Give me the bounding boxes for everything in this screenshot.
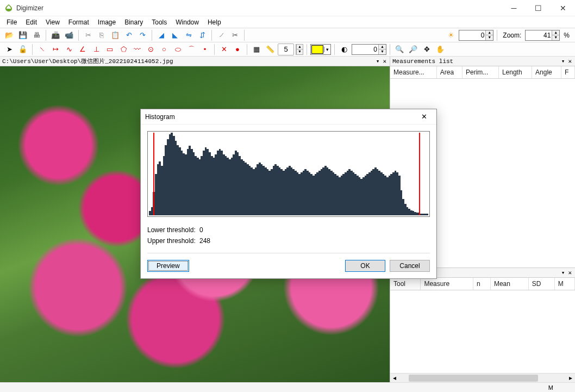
open-button[interactable]: 📂: [3, 29, 15, 41]
scanner-button[interactable]: 📠: [49, 29, 61, 41]
cut-button[interactable]: ✂: [82, 29, 94, 41]
histogram-chart[interactable]: [147, 131, 430, 217]
brightness-field[interactable]: [459, 32, 485, 39]
copy-button[interactable]: ⎘: [96, 29, 108, 41]
polygon-tool[interactable]: ⬠: [117, 43, 129, 55]
spin-up[interactable]: ▲: [296, 45, 303, 49]
deskew-button[interactable]: ⟋: [215, 29, 227, 41]
point-tool[interactable]: •: [199, 43, 211, 55]
col-sd[interactable]: SD: [528, 278, 554, 290]
dropdown-icon[interactable]: ▾: [560, 58, 566, 65]
spin-down[interactable]: ▼: [378, 49, 386, 54]
menu-binary[interactable]: Binary: [120, 17, 147, 27]
col-length[interactable]: Length: [498, 66, 532, 79]
close-button[interactable]: ✕: [551, 0, 575, 16]
col-mean[interactable]: Mean: [490, 278, 528, 290]
flip-h-button[interactable]: ⇋: [183, 29, 195, 41]
col-perim[interactable]: Perim...: [462, 66, 498, 79]
print-button[interactable]: 🖶: [30, 29, 42, 41]
calibrate-tool[interactable]: 📏: [264, 43, 276, 55]
menu-file[interactable]: File: [2, 17, 21, 27]
spin-down[interactable]: ▼: [296, 49, 303, 54]
col-angle[interactable]: Angle: [532, 66, 561, 79]
stats-grid[interactable]: Tool Measure n Mean SD M: [390, 278, 575, 373]
col-f[interactable]: F: [561, 66, 574, 79]
cancel-button[interactable]: Cancel: [390, 260, 430, 272]
path-tool[interactable]: ∿: [63, 43, 75, 55]
col-area[interactable]: Area: [436, 66, 462, 79]
brightness-input[interactable]: ▲▼: [459, 30, 493, 41]
ok-button[interactable]: OK: [345, 260, 385, 272]
spin-up[interactable]: ▲: [552, 30, 559, 35]
ellipse-tool[interactable]: ⬭: [172, 43, 184, 55]
app-title: Digimizer: [16, 4, 502, 12]
flip-v-button[interactable]: ⇵: [196, 29, 208, 41]
scrollbar-thumb[interactable]: [409, 375, 538, 382]
col-n[interactable]: n: [473, 278, 491, 290]
marker-x-tool[interactable]: ✕: [218, 43, 230, 55]
menu-window[interactable]: Window: [171, 17, 203, 27]
marker-dot-tool[interactable]: ●: [232, 43, 243, 55]
arc-tool[interactable]: ⌒: [185, 43, 197, 55]
dropdown-icon[interactable]: ▾: [375, 58, 381, 65]
maximize-button[interactable]: ☐: [526, 0, 551, 16]
rotate-left-button[interactable]: ◢: [155, 29, 167, 41]
redo-button[interactable]: ↷: [136, 29, 148, 41]
spin-down[interactable]: ▼: [552, 35, 559, 40]
brightness-icon: ☀: [445, 29, 457, 41]
hand-button[interactable]: ✋: [434, 43, 446, 55]
perp-tool[interactable]: ⊥: [90, 43, 102, 55]
contrast-input[interactable]: ▲▼: [352, 44, 386, 55]
circle-center-tool[interactable]: ⊙: [145, 43, 157, 55]
rotate-right-button[interactable]: ◣: [169, 29, 181, 41]
window-controls: ─ ☐ ✕: [502, 0, 575, 16]
zoom-out-button[interactable]: 🔎: [407, 43, 419, 55]
zoom-field[interactable]: [526, 32, 552, 39]
contrast-field[interactable]: [352, 46, 378, 53]
save-button[interactable]: 💾: [17, 29, 29, 41]
menu-help[interactable]: Help: [203, 17, 226, 27]
undo-button[interactable]: ↶: [123, 29, 135, 41]
angle-tool[interactable]: ∠: [77, 43, 89, 55]
horizontal-scrollbar[interactable]: ◂ ▸: [390, 373, 575, 382]
lock-tool[interactable]: 🔓: [17, 43, 29, 55]
pan-button[interactable]: ✥: [421, 43, 433, 55]
crop-button[interactable]: ✂: [229, 29, 241, 41]
separator: [247, 44, 247, 55]
color-picker[interactable]: ▾: [310, 44, 331, 55]
menu-format[interactable]: Format: [64, 17, 93, 27]
free-tool[interactable]: 〰: [131, 43, 143, 55]
close-panel-icon[interactable]: ✕: [382, 58, 388, 65]
chevron-down-icon[interactable]: ▾: [324, 47, 330, 52]
col-tool[interactable]: Tool: [390, 278, 421, 290]
menu-view[interactable]: View: [41, 17, 64, 27]
length-tool[interactable]: ⟍: [36, 43, 48, 55]
rect-tool[interactable]: ▭: [104, 43, 116, 55]
close-panel-icon[interactable]: ✕: [567, 58, 573, 65]
spin-up[interactable]: ▲: [485, 30, 493, 35]
pointer-tool[interactable]: ➤: [3, 43, 15, 55]
menu-edit[interactable]: Edit: [21, 17, 41, 27]
segment-tool[interactable]: ↦: [49, 43, 61, 55]
spin-down[interactable]: ▼: [485, 35, 493, 40]
camera-button[interactable]: 📹: [63, 29, 75, 41]
menu-image[interactable]: Image: [93, 17, 120, 27]
circle-tool[interactable]: ○: [158, 43, 170, 55]
col-m[interactable]: M: [554, 278, 574, 290]
number-field[interactable]: 5: [278, 43, 294, 55]
upper-threshold-line[interactable]: [419, 133, 420, 215]
preview-button[interactable]: Preview: [147, 260, 189, 272]
dialog-close-button[interactable]: ✕: [416, 111, 432, 123]
col-measure[interactable]: Measure: [421, 278, 473, 290]
barcode-tool[interactable]: ▦: [251, 43, 262, 55]
paste-button[interactable]: 📋: [109, 29, 121, 41]
lower-threshold-line[interactable]: [153, 133, 154, 215]
close-panel-icon[interactable]: ✕: [567, 269, 573, 276]
dropdown-icon[interactable]: ▾: [560, 269, 566, 276]
col-measure[interactable]: Measure...: [390, 66, 436, 79]
menu-tools[interactable]: Tools: [147, 17, 171, 27]
minimize-button[interactable]: ─: [502, 0, 526, 16]
zoom-in-button[interactable]: 🔍: [393, 43, 405, 55]
spin-up[interactable]: ▲: [378, 45, 386, 49]
zoom-input[interactable]: ▲▼: [525, 30, 560, 41]
